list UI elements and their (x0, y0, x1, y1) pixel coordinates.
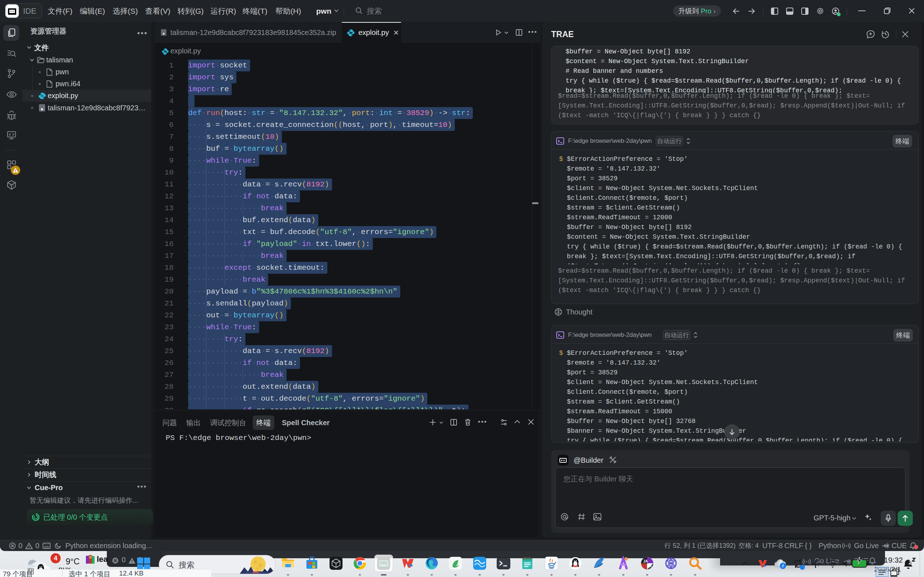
svg-text:DX: DX (647, 564, 652, 568)
svg-text:JA: JA (643, 559, 648, 563)
